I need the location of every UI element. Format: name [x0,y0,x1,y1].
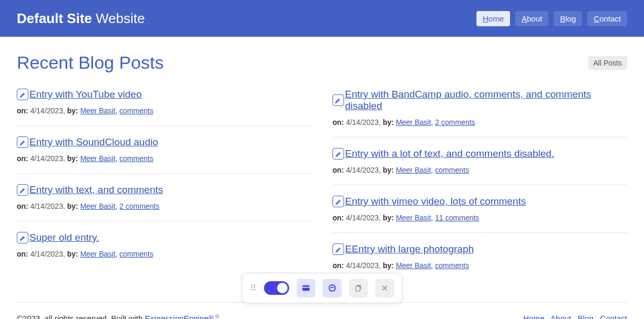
entries-grid: Entry with YouTube video on: 4/14/2023, … [17,89,627,291]
entry-title-link[interactable]: Entry with text, and comments [29,184,163,196]
edit-icon[interactable] [333,196,344,207]
primary-nav: Home About Blog Contact [476,11,627,26]
ee-logo-icon[interactable] [323,279,342,297]
entry-title-link[interactable]: EEntry with large photograph [345,243,474,255]
entry-meta: on: 4/14/2023, by: Meer Basit, comments [17,107,311,115]
author-link[interactable]: Meer Basit [396,261,431,270]
comments-link[interactable]: comments [119,107,153,115]
ee-link[interactable]: ExpressionEngine® [145,314,214,319]
copy-icon[interactable] [349,279,368,297]
site-header: Default Site Website Home About Blog Con… [0,0,644,37]
entry-item: Entry with vimeo video, lots of comments… [333,196,627,233]
brand: Default Site Website [17,10,145,27]
right-column: Entry with BandCamp audio, comments, and… [333,89,627,291]
author-link[interactable]: Meer Basit [396,214,431,222]
edit-icon[interactable] [17,184,28,196]
footer-nav: Home About Blog Contact [523,314,627,320]
entry-item: Entry with a lot of text, and comments d… [333,148,627,185]
entry-title-link[interactable]: Entry with SoundCloud audio [29,136,158,148]
nav-contact[interactable]: Contact [587,11,627,26]
entry-meta: on: 4/14/2023, by: Meer Basit, 11 commen… [333,214,627,222]
site-footer: ©2023, all rights reserved. Built with E… [17,302,627,319]
comments-link[interactable]: 2 comments [119,202,159,210]
author-link[interactable]: Meer Basit [80,202,116,210]
entry-item: Entry with BandCamp audio, comments, and… [333,89,627,137]
entry-title-row: Entry with BandCamp audio, comments, and… [333,89,627,112]
entry-title-row: Entry with YouTube video [17,89,311,100]
author-link[interactable]: Meer Basit [396,166,431,174]
dock-toggle[interactable] [264,281,289,295]
entry-title-link[interactable]: Entry with YouTube video [29,89,142,100]
external-link-icon: ⧉ [215,313,219,319]
edit-icon[interactable] [333,148,344,160]
author-link[interactable]: Meer Basit [80,107,116,115]
nav-about[interactable]: About [515,11,548,26]
comments-link[interactable]: comments [119,154,153,163]
author-link[interactable]: Meer Basit [80,250,116,258]
svg-rect-4 [356,286,360,291]
edit-icon[interactable] [333,243,344,255]
entry-title-row: EEntry with large photograph [333,243,627,255]
nav-blog[interactable]: Blog [554,11,582,26]
author-link[interactable]: Meer Basit [80,154,116,163]
svg-rect-1 [303,287,310,288]
entry-title-row: Entry with vimeo video, lots of comments [333,196,627,207]
entry-meta: on: 4/14/2023, by: Meer Basit, comments [333,166,627,174]
entry-title-link[interactable]: Entry with vimeo video, lots of comments [345,196,526,207]
entry-title-row: Super old entry. [17,232,311,243]
brand-bold: Default Site [17,10,92,26]
entry-item: Super old entry. on: 4/14/2023, by: Meer… [17,232,311,269]
drag-handle-icon[interactable]: ⠿ [250,285,257,291]
comments-link[interactable]: comments [435,166,469,174]
entry-item: Entry with SoundCloud audio on: 4/14/202… [17,136,311,174]
nav-home[interactable]: Home [476,11,510,26]
entry-meta: on: 4/14/2023, by: Meer Basit, comments [17,250,311,258]
title-row: Recent Blog Posts All Posts [17,52,627,73]
card-icon[interactable] [297,279,316,297]
footer-link-home[interactable]: Home [523,314,544,320]
comments-link[interactable]: 11 comments [435,214,479,222]
footer-copyright: ©2023, all rights reserved. Built with E… [17,313,219,319]
page-title: Recent Blog Posts [17,52,164,73]
brand-rest: Website [92,10,145,26]
author-link[interactable]: Meer Basit [396,118,431,126]
footer-link-contact[interactable]: Contact [600,314,627,320]
comments-link[interactable]: 2 comments [435,118,475,126]
footer-link-blog[interactable]: Blog [578,314,594,320]
entry-meta: on: 4/14/2023, by: Meer Basit, 2 comment… [333,118,627,126]
edit-icon[interactable] [17,232,28,243]
left-column: Entry with YouTube video on: 4/14/2023, … [17,89,311,291]
entry-meta: on: 4/14/2023, by: Meer Basit, 2 comment… [17,202,311,210]
admin-dock: ⠿ [242,273,402,303]
all-posts-button[interactable]: All Posts [588,56,627,70]
svg-rect-0 [303,285,310,291]
comments-link[interactable]: comments [435,261,469,270]
entry-title-link[interactable]: Entry with BandCamp audio, comments, and… [345,89,627,112]
entry-title-row: Entry with a lot of text, and comments d… [333,148,627,160]
edit-icon[interactable] [333,94,344,106]
entry-item: Entry with YouTube video on: 4/14/2023, … [17,89,311,126]
entry-title-row: Entry with SoundCloud audio [17,136,311,148]
edit-icon[interactable] [17,89,28,100]
entry-title-link[interactable]: Super old entry. [29,232,99,243]
main-content: Recent Blog Posts All Posts Entry with Y… [0,37,644,296]
entry-title-row: Entry with text, and comments [17,184,311,196]
comments-link[interactable]: comments [119,250,153,258]
entry-title-link[interactable]: Entry with a lot of text, and comments d… [345,148,554,160]
svg-point-2 [329,285,336,291]
edit-icon[interactable] [17,136,28,148]
entry-item: Entry with text, and comments on: 4/14/2… [17,184,311,221]
entry-meta: on: 4/14/2023, by: Meer Basit, comments [17,154,311,163]
entry-meta: on: 4/14/2023, by: Meer Basit, comments [333,261,627,270]
close-icon[interactable] [376,279,394,297]
footer-link-about[interactable]: About [550,314,571,320]
